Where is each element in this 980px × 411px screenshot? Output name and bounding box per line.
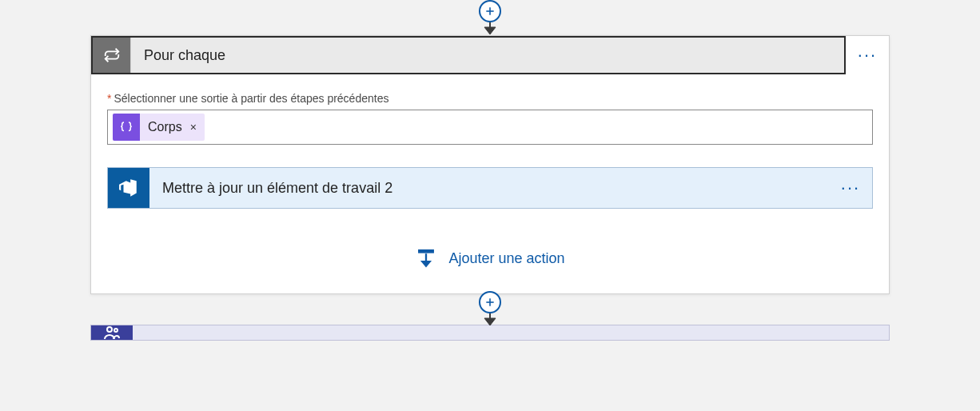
svg-rect-4	[419, 250, 434, 253]
add-action-button[interactable]: Ajouter une action	[107, 247, 873, 269]
teams-icon	[91, 325, 133, 340]
inner-action-menu-button[interactable]: ···	[829, 168, 872, 208]
connector-top	[90, 0, 890, 35]
required-marker: *	[107, 92, 111, 105]
add-step-button-bottom[interactable]	[479, 291, 501, 313]
select-output-input[interactable]: Corps ×	[107, 110, 873, 145]
select-output-label-text: Sélectionner une sortie à partir des éta…	[114, 92, 388, 105]
foreach-card: Pour chaque ··· *Sélectionner une sortie…	[90, 35, 890, 294]
inner-action-title: Mettre à jour un élément de travail 2	[149, 168, 829, 208]
svg-marker-6	[422, 261, 432, 267]
token-label: Corps	[140, 120, 182, 134]
token-remove-button[interactable]: ×	[190, 121, 197, 134]
inner-action-card[interactable]: Mettre à jour un élément de travail 2 ··…	[107, 167, 873, 209]
connector-bottom	[90, 293, 890, 326]
foreach-header[interactable]: Pour chaque	[91, 36, 846, 74]
azure-devops-icon	[108, 168, 149, 208]
next-step-card[interactable]	[90, 325, 890, 341]
token-corps[interactable]: Corps ×	[113, 114, 205, 141]
braces-icon	[113, 114, 140, 141]
svg-point-11	[107, 327, 112, 332]
insert-step-icon	[415, 247, 437, 269]
select-output-label: *Sélectionner une sortie à partir des ét…	[107, 92, 873, 105]
foreach-title: Pour chaque	[131, 38, 225, 73]
svg-point-12	[114, 329, 118, 332]
foreach-menu-button[interactable]: ···	[846, 36, 889, 74]
add-step-button-top[interactable]	[479, 0, 501, 22]
add-action-label: Ajouter une action	[448, 250, 564, 267]
svg-marker-10	[484, 318, 496, 325]
loop-icon	[93, 38, 131, 73]
svg-marker-3	[484, 27, 496, 34]
